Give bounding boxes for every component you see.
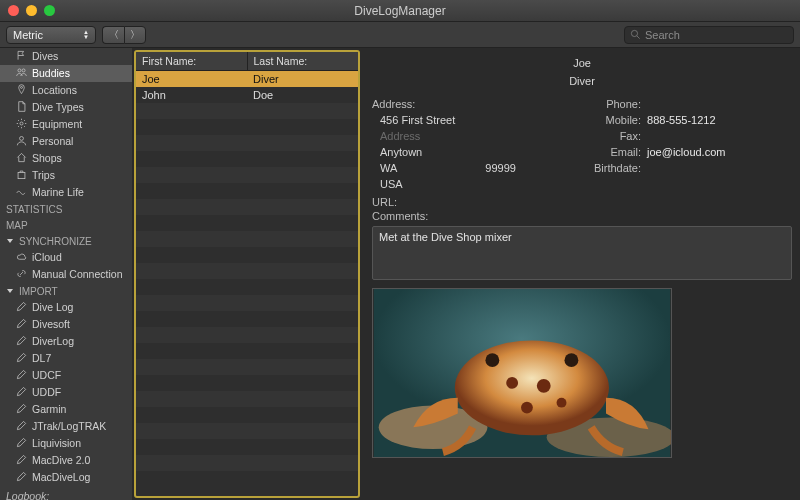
comments-box[interactable]: Met at the Dive Shop mixer bbox=[372, 226, 792, 280]
table-row-empty bbox=[136, 135, 358, 151]
pin-icon bbox=[16, 84, 27, 98]
table-row-empty bbox=[136, 455, 358, 471]
sidebar-header-statistics: STATISTICS bbox=[0, 201, 132, 217]
sidebar-item-label: UDDF bbox=[32, 386, 61, 399]
state[interactable]: WA bbox=[380, 162, 397, 174]
flag-icon bbox=[16, 50, 27, 64]
table-row-empty bbox=[136, 119, 358, 135]
sidebar-item-label: Dive Types bbox=[32, 101, 84, 114]
table-row-empty bbox=[136, 407, 358, 423]
sidebar-item-buddies[interactable]: Buddies bbox=[0, 65, 132, 82]
email-label: Email: bbox=[591, 146, 641, 158]
pencil-icon bbox=[16, 301, 27, 315]
sidebar-item-locations[interactable]: Locations bbox=[0, 82, 132, 99]
sidebar-item-liquivision[interactable]: Liquivision bbox=[0, 435, 132, 452]
sidebar-item-marine-life[interactable]: Marine Life bbox=[0, 184, 132, 201]
sidebar-item-shops[interactable]: Shops bbox=[0, 150, 132, 167]
titlebar: DiveLogManager bbox=[0, 0, 800, 22]
svg-rect-7 bbox=[18, 172, 25, 178]
table-row-empty bbox=[136, 327, 358, 343]
sidebar-item-trips[interactable]: Trips bbox=[0, 167, 132, 184]
minimize-icon[interactable] bbox=[26, 5, 37, 16]
nav-next-button[interactable]: 〉 bbox=[124, 26, 146, 44]
mobile-label: Mobile: bbox=[591, 114, 641, 126]
table-row-empty bbox=[136, 343, 358, 359]
sidebar-header-synchronize[interactable]: SYNCHRONIZE bbox=[0, 233, 132, 249]
sidebar-item-equipment[interactable]: Equipment bbox=[0, 116, 132, 133]
sidebar-item-jtrak-logtrak[interactable]: JTrak/LogTRAK bbox=[0, 418, 132, 435]
table-row-empty bbox=[136, 471, 358, 487]
pencil-icon bbox=[16, 318, 27, 332]
svg-point-4 bbox=[21, 86, 23, 88]
sidebar-item-dive-log[interactable]: Dive Log bbox=[0, 299, 132, 316]
crab-photo-icon bbox=[372, 288, 672, 458]
sidebar-item-dl7[interactable]: DL7 bbox=[0, 350, 132, 367]
sidebar-item-divesoft[interactable]: Divesoft bbox=[0, 316, 132, 333]
sidebar-item-macdivelog[interactable]: MacDiveLog bbox=[0, 469, 132, 486]
sidebar-header-import[interactable]: IMPORT bbox=[0, 283, 132, 299]
sidebar-footer: Logbook: JaneDiver.sql Jane Diver Number… bbox=[0, 486, 132, 500]
table-row[interactable]: JohnDoe bbox=[136, 87, 358, 103]
table-row-empty bbox=[136, 167, 358, 183]
sidebar-item-uddf[interactable]: UDDF bbox=[0, 384, 132, 401]
sidebar-item-label: Locations bbox=[32, 84, 77, 97]
zip[interactable]: 99999 bbox=[485, 162, 516, 174]
svg-point-6 bbox=[20, 136, 24, 140]
table-row-empty bbox=[136, 215, 358, 231]
table-row-empty bbox=[136, 279, 358, 295]
person-icon bbox=[16, 135, 27, 149]
svg-point-16 bbox=[521, 402, 533, 414]
pencil-icon bbox=[16, 454, 27, 468]
search-icon bbox=[630, 29, 641, 40]
sidebar-item-diverlog[interactable]: DiverLog bbox=[0, 333, 132, 350]
country[interactable]: USA bbox=[372, 178, 583, 190]
zoom-icon[interactable] bbox=[44, 5, 55, 16]
table-row-empty bbox=[136, 263, 358, 279]
nav-prev-button[interactable]: 〈 bbox=[102, 26, 124, 44]
sidebar-item-garmin[interactable]: Garmin bbox=[0, 401, 132, 418]
sidebar-item-dive-types[interactable]: Dive Types bbox=[0, 99, 132, 116]
sidebar-item-personal[interactable]: Personal bbox=[0, 133, 132, 150]
sidebar-item-label: Divesoft bbox=[32, 318, 70, 331]
sidebar-item-dives[interactable]: Dives bbox=[0, 48, 132, 65]
pencil-icon bbox=[16, 403, 27, 417]
pencil-icon bbox=[16, 437, 27, 451]
pencil-icon bbox=[16, 420, 27, 434]
table-row[interactable]: JoeDiver bbox=[136, 71, 358, 87]
logbook-label: Logbook: bbox=[6, 490, 126, 500]
svg-point-2 bbox=[18, 68, 21, 71]
sidebar-item-label: Dive Log bbox=[32, 301, 73, 314]
home-icon bbox=[16, 152, 27, 166]
svg-point-14 bbox=[506, 377, 518, 389]
sidebar-item-label: iCloud bbox=[32, 251, 62, 264]
street2-ph[interactable]: Address bbox=[372, 130, 583, 142]
close-icon[interactable] bbox=[8, 5, 19, 16]
sidebar-item-icloud[interactable]: iCloud bbox=[0, 249, 132, 266]
svg-point-12 bbox=[485, 353, 499, 367]
sidebar-item-label: UDCF bbox=[32, 369, 61, 382]
unit-label: Metric bbox=[13, 29, 43, 41]
sidebar-item-macdive-2-0[interactable]: MacDive 2.0 bbox=[0, 452, 132, 469]
wave-icon bbox=[16, 186, 27, 200]
city[interactable]: Anytown bbox=[372, 146, 583, 158]
sidebar-item-udcf[interactable]: UDCF bbox=[0, 367, 132, 384]
nav-arrows: 〈 〉 bbox=[102, 26, 146, 44]
svg-point-3 bbox=[22, 68, 25, 71]
sidebar-item-label: Dives bbox=[32, 50, 58, 63]
gear-icon bbox=[16, 118, 27, 132]
table-row-empty bbox=[136, 359, 358, 375]
search-input[interactable]: Search bbox=[624, 26, 794, 44]
window-controls bbox=[8, 5, 55, 16]
sidebar: DivesBuddiesLocationsDive TypesEquipment… bbox=[0, 48, 132, 500]
street[interactable]: 456 First Street bbox=[372, 114, 583, 126]
unit-select[interactable]: Metric ▲▼ bbox=[6, 26, 96, 44]
sidebar-item-manual-connection[interactable]: Manual Connection bbox=[0, 266, 132, 283]
pencil-icon bbox=[16, 471, 27, 485]
phone-label: Phone: bbox=[591, 98, 641, 110]
email[interactable]: joe@icloud.com bbox=[647, 146, 725, 158]
mobile[interactable]: 888-555-1212 bbox=[647, 114, 716, 126]
buddy-photo[interactable] bbox=[372, 288, 792, 496]
col-last[interactable]: Last Name: bbox=[248, 52, 359, 70]
detail-pane: Joe Diver Address: 456 First Street Addr… bbox=[362, 48, 800, 500]
col-first[interactable]: First Name: bbox=[136, 52, 248, 70]
